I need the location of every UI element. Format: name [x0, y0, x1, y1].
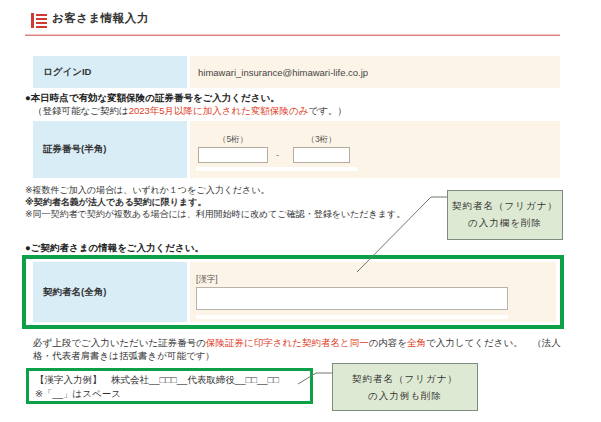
policy-number-label: 証券番号(半角): [33, 121, 187, 178]
digits3-label: （3桁）: [293, 134, 350, 146]
contractor-row-divider: [196, 315, 508, 319]
annotation2-line2: の入力例も削除: [333, 387, 477, 404]
policy-row-divider: [196, 167, 358, 171]
title-divider: [25, 34, 560, 36]
kanji-example-line2: ※「__」はスペース: [35, 387, 304, 401]
kanji-example-line1: 【漢字入力例】 株式会社__□□□__代表取締役__□□__□□: [35, 373, 304, 387]
page-title: お客さま情報入力: [52, 11, 149, 26]
contractor-name-label: 契約者名(全角): [33, 262, 187, 322]
digits5-label: （5桁）: [198, 134, 268, 146]
policy-number-separator: -: [276, 149, 279, 160]
customer-info-page: お客さま情報入力 ログインID himawari_insurance@himaw…: [0, 0, 601, 422]
kanji-label: [漢字]: [196, 274, 218, 286]
note-same-contractor: ※同一契約者で契約が複数ある場合には、利用開始時に改めてご確認・登録をいただきま…: [25, 208, 405, 221]
login-id-label: ログインID: [33, 56, 187, 88]
contractor-name-input[interactable]: [196, 287, 508, 310]
contractor-name-instruction: 必ず上段でご入力いただいた証券番号の保険証券に印字された契約者名と同一の内容を全…: [33, 336, 565, 362]
policy-number-cell: （5桁） （3桁） -: [190, 121, 560, 178]
kanji-example-highlight-box: 【漢字入力例】 株式会社__□□□__代表取締役__□□__□□ ※「__」はス…: [26, 368, 313, 404]
contractor-name-cell: [漢字]: [190, 262, 556, 322]
annotation-furigana-example-removed: 契約者名（フリガナ） の入力例も削除: [332, 363, 478, 411]
annotation-furigana-field-removed: 契約者名（フリガナ） の入力欄を削除: [447, 190, 563, 240]
login-id-value: himawari_insurance@himawari-life.co.jp: [190, 56, 560, 88]
contractor-section-heading: ●ご契約者さまの情報をご入力ください。: [25, 242, 204, 255]
annotation2-line1: 契約者名（フリガナ）: [333, 370, 477, 387]
policy-section-heading: ●本日時点で有効な変額保険の証券番号をご入力ください。: [25, 92, 280, 105]
policy-section-subnote: （登録可能なご契約は2023年5月以降に加入された変額保険のみです。）: [33, 105, 347, 118]
policy-number-5digit-input[interactable]: [198, 147, 268, 163]
annotation1-line1: 契約者名（フリガナ）: [448, 197, 562, 214]
list-icon: [31, 13, 47, 28]
annotation1-line2: の入力欄を削除: [448, 214, 562, 231]
policy-number-3digit-input[interactable]: [293, 147, 350, 163]
contractor-name-highlight-box: 契約者名(全角) [漢字]: [22, 255, 564, 329]
